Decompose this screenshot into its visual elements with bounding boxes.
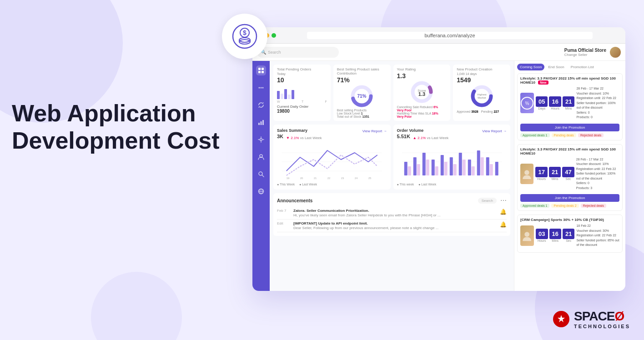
ann-heading-2: [IMPORTANT] Update to API endpoint limit… xyxy=(293,221,496,225)
svg-rect-61 xyxy=(462,160,465,175)
order-legend-this: ● This week xyxy=(397,183,414,186)
ann-body-2: Dear Seller, Following up from our previ… xyxy=(293,226,496,230)
pending-badge-1: Pending deals xyxy=(552,133,576,137)
sidebar-item-chart[interactable] xyxy=(256,117,266,127)
maximize-window-dot[interactable] xyxy=(272,33,276,38)
brand-footer: SPACE Ø Technologies xyxy=(553,309,630,329)
svg-point-12 xyxy=(261,87,262,89)
stat-rating-label: Your Rating xyxy=(397,67,447,71)
promo-title-3: [CRM Campaign] Sports 30% + 10% CB (TGIF… xyxy=(520,218,619,222)
mini-bar xyxy=(277,91,280,99)
url-bar[interactable]: bufferana.com/analyze xyxy=(307,32,593,39)
svg-rect-58 xyxy=(449,157,453,175)
promo-image-1: % xyxy=(520,93,534,113)
tab-promotion-list[interactable]: Promotion List xyxy=(568,64,597,70)
new-badge-1: New xyxy=(538,80,548,85)
svg-rect-53 xyxy=(426,160,429,175)
user-avatar[interactable] xyxy=(610,47,621,58)
sidebar-item-grid[interactable] xyxy=(256,65,266,75)
brand-sub: Technologies xyxy=(574,324,630,329)
promo-card-3: [CRM Campaign] Sports 30% + 10% CB (TGIF… xyxy=(517,215,623,253)
sidebar-item-settings[interactable] xyxy=(256,135,266,145)
promo-card-1: Lifestyle: 3.3 PAYDAY 2022 15% off min s… xyxy=(517,73,623,140)
sidebar-item-dots[interactable] xyxy=(256,83,266,93)
bg-decoration-bl xyxy=(91,272,182,340)
store-info: Puma Official Store Change Seller xyxy=(564,48,606,57)
stat-pending-label: Total Pending Orders xyxy=(277,67,327,71)
announcements-more-icon[interactable]: ⋯ xyxy=(500,197,507,204)
join-promo-btn-2[interactable]: Join the Promotion xyxy=(520,194,619,202)
store-sub: Change Seller xyxy=(564,53,606,57)
sidebar-item-globe[interactable] xyxy=(256,186,266,196)
svg-rect-67 xyxy=(489,164,493,175)
timer-mins-1: 21 xyxy=(563,96,574,107)
join-promo-btn-1[interactable]: Join the Promotion xyxy=(520,124,619,131)
sidebar-item-refresh[interactable] xyxy=(256,100,266,110)
timer-m-label-2: Mins xyxy=(549,177,561,180)
promo-timer-3: 03 Hours 16 Mins 21 Sec xyxy=(520,224,619,248)
mini-bar xyxy=(292,90,294,99)
svg-text:1.3: 1.3 xyxy=(418,91,425,97)
stat-product-value: 1549 xyxy=(457,76,507,84)
sidebar-item-search[interactable] xyxy=(256,169,266,179)
svg-text:20: 20 xyxy=(300,177,303,180)
brand-symbol: Ø xyxy=(614,309,624,324)
timer-s-label-2: Sec xyxy=(562,177,574,180)
rating-cancelling: Cancelling Sale Rebuked 6% xyxy=(397,105,447,109)
mini-bar xyxy=(288,95,291,99)
legend-last-week: ● Last Week xyxy=(299,183,317,186)
right-panel-tabs: Coming Soon End Soon Promotion List xyxy=(517,64,623,70)
announcements-title: Announcements xyxy=(277,198,312,203)
svg-rect-9 xyxy=(258,71,261,73)
sales-change: ▼ 2.1% vs Last Week xyxy=(286,136,322,140)
search-bar[interactable]: 🔍 Search xyxy=(257,47,339,58)
sales-summary-card: Sales Summary View Report → 3K ▼ 2.1% vs… xyxy=(273,125,391,190)
svg-rect-68 xyxy=(495,162,498,175)
store-name: Puma Official Store xyxy=(564,48,606,53)
stats-row: Total Pending Orders Today 10 W T F xyxy=(273,65,510,121)
sidebar-item-user[interactable] xyxy=(256,152,266,162)
stat-pending-sublabel: Today xyxy=(277,72,327,75)
announcements-search[interactable]: Search xyxy=(478,198,497,204)
order-volume-card: Order Volume View Report → 5.51K ▲ 2.1% … xyxy=(393,125,511,190)
browser-mockup: bufferana.com/analyze 🔍 Search Puma Offi… xyxy=(252,27,625,291)
timer-s-3: 21 xyxy=(563,229,574,239)
current-daily-label: Current Daily Order xyxy=(277,105,327,109)
timer-m-label-3: Mins xyxy=(549,239,561,242)
svg-rect-8 xyxy=(262,68,264,70)
svg-rect-56 xyxy=(440,155,443,175)
app-header: 🔍 Search Puma Official Store Change Sell… xyxy=(252,44,625,61)
svg-rect-54 xyxy=(431,160,434,175)
bar-label-t: T xyxy=(302,100,303,103)
best-selling-sub2: Total out of Stock 1351 xyxy=(337,115,387,118)
timer-h-label-2: Hours xyxy=(535,177,547,180)
ann-body-1: Hi, you've likely seen email from Zalora… xyxy=(293,213,496,217)
tab-end-soon[interactable]: End Soon xyxy=(545,64,567,70)
stat-best-value: 71% xyxy=(337,76,387,84)
sales-title: Sales Summary xyxy=(277,128,307,133)
timer-m-3: 16 xyxy=(549,229,561,239)
sales-line-chart: 19 20 21 22 23 24 25 xyxy=(277,144,387,180)
product-stats: Approved 3928 Pending 227 xyxy=(457,110,507,113)
order-title: Order Volume xyxy=(397,128,424,133)
legend-this-week: ● This Week xyxy=(277,183,295,186)
charts-row: Sales Summary View Report → 3K ▼ 2.1% vs… xyxy=(273,125,510,190)
svg-rect-55 xyxy=(435,166,438,175)
bar-label-f: F xyxy=(325,100,327,103)
timer-h-3: 03 xyxy=(536,229,548,239)
bar-label-w: W xyxy=(277,100,280,103)
stat-product-sublabel: 1,049 14 days xyxy=(457,72,507,75)
promo-info-3: 18 Feb 22 Voucher discount: 30% Registra… xyxy=(576,224,619,248)
order-legend: ● This week ● Last Week xyxy=(397,183,507,186)
svg-text:19: 19 xyxy=(287,177,290,180)
sales-view-report[interactable]: View Report → xyxy=(362,129,387,133)
coin-icon: $ xyxy=(232,24,257,49)
tab-coming-soon[interactable]: Coming Soon xyxy=(517,64,544,70)
ann-heading-1: Zalora- Seller Communication Prioritizat… xyxy=(293,209,496,213)
svg-rect-60 xyxy=(458,153,462,175)
svg-rect-15 xyxy=(261,121,262,125)
ann-icon-1: 🔔 xyxy=(500,209,507,215)
timer-h-2: 17 xyxy=(535,167,547,177)
svg-text:Market: Market xyxy=(478,96,486,99)
order-view-report[interactable]: View Report → xyxy=(482,129,507,133)
